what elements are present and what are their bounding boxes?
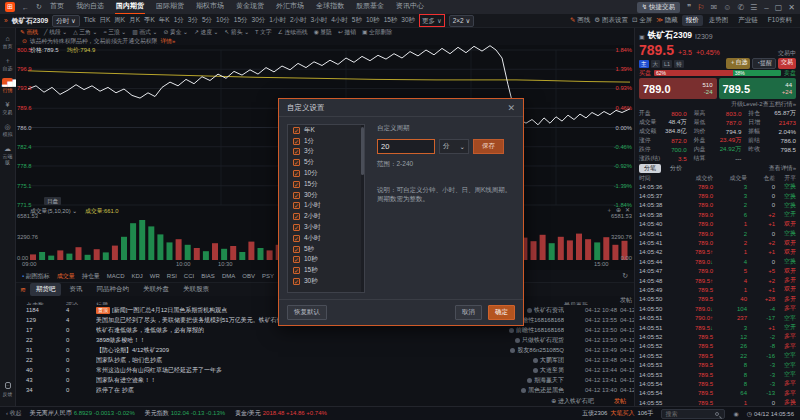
fx-quote-黄金/美元[interactable]: 黄金/美元2018.48 +14.86 +0.74%: [235, 409, 327, 418]
forum-row[interactable]: 170铁矿石逢低做多，逢低做多，必有厚报的前瞻性16816816804-12 1…: [16, 325, 634, 335]
draw-tool-文字[interactable]: T 文字: [255, 28, 272, 37]
checkbox-checked-icon[interactable]: ✓: [293, 181, 300, 188]
nav-item-期权市场[interactable]: 期权市场: [195, 0, 225, 15]
indicator-DMA[interactable]: DMA: [222, 273, 235, 279]
checkbox-checked-icon[interactable]: ✓: [293, 235, 300, 242]
period-日K[interactable]: 日K: [99, 16, 110, 25]
rail-item-自选[interactable]: ＋自选: [0, 54, 15, 74]
checkbox-checked-icon[interactable]: ✓: [293, 224, 300, 231]
forum-row[interactable]: 430国家队有进空迹象！！期海赢天下04-12 13:4104-12: [16, 375, 634, 385]
unit-dropdown[interactable]: 分⌄: [439, 139, 469, 154]
indicator-BIAS[interactable]: BIAS: [201, 273, 215, 279]
trade-button[interactable]: 交易: [778, 58, 796, 69]
modal-period-30分[interactable]: ✓30分: [288, 190, 364, 201]
checkbox-checked-icon[interactable]: ✓: [293, 138, 300, 145]
draw-tool-button[interactable]: ✎ 画线: [570, 16, 590, 25]
eye-icon[interactable]: ◉: [733, 410, 738, 417]
hide-button[interactable]: ≫ 隐藏: [656, 16, 678, 25]
draw-tool-箭头[interactable]: ↖ 箭头 ⌄: [224, 28, 249, 37]
indicator-CCI[interactable]: CCI: [184, 273, 194, 279]
new-post-link[interactable]: 发帖: [614, 397, 626, 406]
rail-item-首页[interactable]: ⌂首页: [0, 32, 15, 52]
fx-quote-美元离岸人民币[interactable]: 美元离岸人民币6.8929 -0.0013 -0.02%: [30, 409, 135, 418]
forum-tab-关联外盘[interactable]: 关联外盘: [137, 283, 175, 296]
checkbox-checked-icon[interactable]: ✓: [293, 192, 300, 199]
modal-period-5分[interactable]: ✓5分: [288, 157, 364, 168]
rail-item-云端版[interactable]: ☁云端版: [0, 142, 15, 169]
checkbox-checked-icon[interactable]: ✓: [293, 159, 300, 166]
level2-upgrade-link[interactable]: 升级Level-2查五档行情»: [639, 100, 796, 109]
tab-F10资料[interactable]: F10资料: [764, 15, 796, 26]
forum-row[interactable]: 310【防心论期】4/12铁矿2309股友86n251085Q04-12 13:…: [16, 345, 634, 355]
period-3分[interactable]: 3分: [188, 16, 198, 25]
window-icon[interactable]: ▣: [639, 33, 645, 40]
tab-走势图[interactable]: 走势图: [705, 15, 733, 26]
save-button[interactable]: 保存: [473, 139, 504, 154]
period-季K[interactable]: 季K: [144, 16, 155, 25]
user-icon[interactable]: ☺: [723, 3, 731, 12]
modal-period-2小时[interactable]: ✓2小时: [288, 211, 364, 222]
indicator-成交量[interactable]: 成交量: [57, 272, 75, 281]
search-input[interactable]: [665, 411, 713, 417]
collapse-statusbar-button[interactable]: ‹ 收起: [6, 409, 22, 418]
checkbox-checked-icon[interactable]: ✓: [293, 213, 300, 220]
refresh-icon[interactable]: ↻: [36, 3, 42, 11]
tick-detail-link[interactable]: 查看详情»: [769, 164, 796, 173]
period-5秒[interactable]: 5秒: [352, 16, 362, 25]
add-watchlist-button[interactable]: ＋自选: [726, 58, 750, 69]
indicator-PSY[interactable]: PSY: [262, 273, 274, 279]
checkbox-checked-icon[interactable]: ✓: [293, 202, 300, 209]
modal-close-icon[interactable]: ✕: [507, 103, 515, 113]
indicator-OBV[interactable]: OBV: [242, 273, 255, 279]
service-icon[interactable]: ✆: [737, 3, 744, 12]
modal-period-10分[interactable]: ✓10分: [288, 168, 364, 179]
alert-button[interactable]: ◔提醒: [752, 58, 776, 69]
more-dropdown[interactable]: 更多 ∨: [419, 14, 445, 27]
feedback-button[interactable]: ⋯反馈: [0, 371, 15, 400]
period-10分[interactable]: 10分: [216, 16, 230, 25]
modal-period-15秒[interactable]: ✓15秒: [288, 265, 364, 276]
indicator-持仓量[interactable]: 持仓量: [82, 272, 100, 281]
nav-item-股票基金[interactable]: 股票基金: [355, 0, 385, 15]
close-button[interactable]: ✕: [788, 3, 795, 12]
modal-period-年K[interactable]: ✓年K: [288, 125, 364, 136]
cancel-button[interactable]: 取消: [455, 305, 482, 320]
fx-quote-美元指数[interactable]: 美元指数102.04 -0.13 -0.13%: [145, 409, 225, 418]
checkbox-checked-icon[interactable]: ✓: [293, 256, 300, 263]
tick-tab-分笔[interactable]: 分笔: [639, 164, 661, 173]
indicator-RSI[interactable]: RSI: [167, 273, 177, 279]
modal-scrollbar[interactable]: [361, 125, 364, 292]
period-15分[interactable]: 15分: [234, 16, 248, 25]
tab-产业链[interactable]: 产业链: [734, 15, 762, 26]
indicator-WR[interactable]: WR: [150, 273, 160, 279]
forum-tab-关联股票[interactable]: 关联股票: [177, 283, 215, 296]
modal-period-30秒[interactable]: ✓30秒: [288, 276, 364, 287]
forum-row[interactable]: 220国家队抄底，咱们也抄底大鹏军团04-12 13:4804-12: [16, 355, 634, 365]
draw-tool-撤销[interactable]: ↩ 撤销: [338, 28, 356, 37]
grid-layout-dropdown[interactable]: 2×2 ∨: [449, 15, 475, 27]
modal-period-10秒[interactable]: ✓10秒: [288, 255, 364, 266]
nav-item-国际期货[interactable]: 国际期货: [155, 0, 185, 15]
restore-default-button[interactable]: 恢复默认: [287, 305, 327, 320]
period-周K[interactable]: 周K: [114, 16, 125, 25]
minimize-button[interactable]: –: [764, 3, 768, 12]
forum-tab-同品种合约[interactable]: 同品种合约: [90, 283, 135, 296]
fullscreen-button[interactable]: ⊡ 全屏: [632, 16, 652, 25]
rail-item-模拟[interactable]: ◎模拟: [0, 120, 15, 140]
tick-tab-分价[interactable]: 分价: [665, 164, 687, 173]
rail-item-交易[interactable]: ¥交易: [0, 98, 15, 118]
rail-item-行情[interactable]: ▂▅▇行情: [0, 76, 15, 96]
search-box[interactable]: [661, 409, 725, 419]
nav-item-黄金现货[interactable]: 黄金现货: [235, 0, 265, 15]
enter-bar-link[interactable]: ⊕ 进入铁矿石吧: [551, 397, 594, 406]
chat-icon[interactable]: ❞: [687, 3, 691, 12]
forum-row[interactable]: 2203898做多梭哈！！只做铁矿石现货04-12 13:5004-12: [16, 335, 634, 345]
modal-period-3分[interactable]: ✓3分: [288, 147, 364, 158]
period-2小时[interactable]: 2小时: [290, 16, 307, 25]
period-3小时[interactable]: 3小时: [311, 16, 328, 25]
modal-period-1小时[interactable]: ✓1小时: [288, 201, 364, 212]
period-年K[interactable]: 年K: [159, 16, 170, 25]
modal-period-4小时[interactable]: ✓4小时: [288, 233, 364, 244]
forum-row[interactable]: 340跌停了在 抄底黑色还是黑色04-12 13:4004-12: [16, 385, 634, 395]
chart-settings-button[interactable]: ⚙ 图表设置: [594, 16, 628, 25]
